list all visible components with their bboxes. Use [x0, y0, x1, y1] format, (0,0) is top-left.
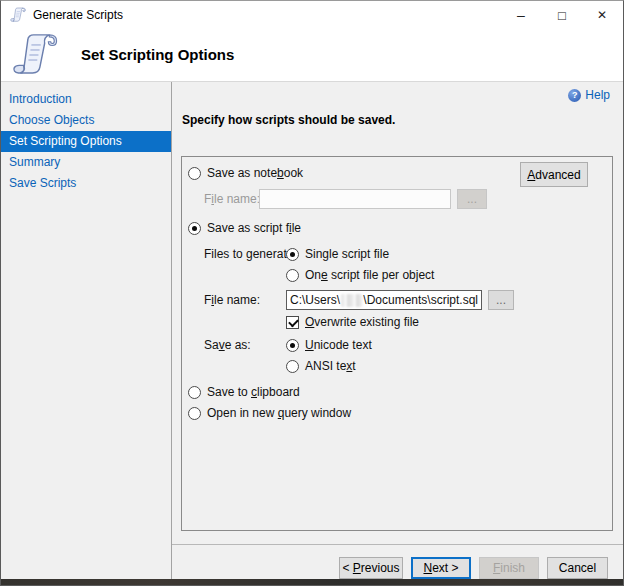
file-path-suffix: \Documents\script.sql [363, 293, 478, 307]
open-new-query-label[interactable]: Open in new query window [207, 406, 351, 420]
one-file-per-object-label[interactable]: One script file per object [305, 268, 434, 282]
files-to-generate-label: Files to generate: [204, 247, 280, 261]
save-as-row: Save as: Unicode text [204, 336, 372, 354]
sidebar-item-set-scripting-options[interactable]: Set Scripting Options [1, 131, 171, 152]
notebook-file-name-row: File name: ... [204, 190, 487, 208]
save-as-script-file-option: Save as script file [188, 219, 301, 237]
one-file-per-object-option: One script file per object [286, 266, 434, 284]
file-browse-button[interactable]: ... [488, 290, 514, 310]
wizard-steps-nav: Introduction Choose Objects Set Scriptin… [1, 89, 171, 194]
next-button[interactable]: Next > [411, 557, 471, 579]
file-name-label: File name: [204, 293, 280, 307]
file-name-row: File name: C:\Users\\Documents\script.sq… [204, 291, 514, 309]
previous-button[interactable]: < Previous [339, 557, 403, 579]
maximize-button[interactable]: □ [542, 1, 582, 29]
save-as-label: Save as: [204, 338, 280, 352]
save-as-notebook-label[interactable]: Save as notebook [207, 166, 303, 180]
maximize-icon: □ [558, 8, 566, 23]
open-new-query-option: Open in new query window [188, 404, 351, 422]
sidebar-item-choose-objects[interactable]: Choose Objects [1, 110, 171, 131]
ansi-text-label[interactable]: ANSI text [305, 359, 356, 373]
title-bar: Generate Scripts – □ ✕ [1, 1, 623, 29]
redacted-username [341, 294, 362, 307]
save-as-script-file-radio[interactable] [188, 222, 201, 235]
open-new-query-radio[interactable] [188, 407, 201, 420]
save-as-script-file-label[interactable]: Save as script file [207, 221, 301, 235]
finish-button-label: Finish [493, 561, 525, 575]
overwrite-checkbox[interactable] [286, 316, 299, 329]
generate-scripts-dialog: Generate Scripts – □ ✕ Set Scripting Opt… [0, 0, 624, 586]
advanced-button[interactable]: Advanced [520, 162, 588, 187]
files-to-generate-row: Files to generate: Single script file [204, 245, 389, 263]
previous-button-label: < Previous [342, 561, 399, 575]
close-button[interactable]: ✕ [582, 1, 622, 29]
advanced-button-label: Advanced [527, 168, 580, 182]
save-to-clipboard-radio[interactable] [188, 386, 201, 399]
instruction-text: Specify how scripts should be saved. [182, 113, 395, 127]
scripting-options-groupbox: Save as notebook Advanced File name: ...… [181, 156, 613, 531]
help-label: Help [585, 88, 610, 102]
sidebar-item-summary[interactable]: Summary [1, 152, 171, 173]
save-to-clipboard-option: Save to clipboard [188, 383, 300, 401]
overwrite-label[interactable]: Overwrite existing file [305, 315, 419, 329]
cancel-button[interactable]: Cancel [547, 557, 608, 579]
help-link[interactable]: ? Help [568, 88, 610, 102]
close-icon: ✕ [597, 8, 607, 22]
ansi-text-radio[interactable] [286, 360, 299, 373]
unicode-text-radio[interactable] [286, 339, 299, 352]
minimize-icon: – [517, 7, 525, 23]
one-file-per-object-radio[interactable] [286, 269, 299, 282]
notebook-browse-button: ... [457, 189, 487, 209]
save-as-notebook-radio[interactable] [188, 167, 201, 180]
window-title: Generate Scripts [33, 8, 123, 22]
notebook-file-name-input [259, 189, 451, 209]
sidebar-item-introduction[interactable]: Introduction [1, 89, 171, 110]
overwrite-option: Overwrite existing file [286, 313, 419, 331]
file-name-input[interactable]: C:\Users\\Documents\script.sql [286, 290, 482, 310]
sidebar-item-save-scripts[interactable]: Save Scripts [1, 173, 171, 194]
save-to-clipboard-label[interactable]: Save to clipboard [207, 385, 300, 399]
help-icon: ? [568, 89, 581, 102]
sidebar-divider [171, 82, 172, 581]
file-path-prefix: C:\Users\ [290, 293, 340, 307]
scroll-icon [10, 7, 26, 23]
minimize-button[interactable]: – [501, 1, 541, 29]
scroll-icon-large [12, 32, 58, 78]
cancel-button-label: Cancel [559, 561, 596, 575]
single-script-file-radio[interactable] [286, 248, 299, 261]
wizard-header: Set Scripting Options [1, 29, 623, 82]
unicode-text-label[interactable]: Unicode text [305, 338, 372, 352]
notebook-file-name-label: File name: [204, 192, 253, 206]
finish-button: Finish [479, 557, 539, 579]
page-title: Set Scripting Options [81, 46, 234, 63]
desktop-edge [1, 579, 623, 585]
save-as-notebook-option: Save as notebook [188, 164, 303, 182]
ansi-text-option: ANSI text [286, 357, 356, 375]
footer-divider [172, 544, 624, 545]
single-script-file-label[interactable]: Single script file [305, 247, 389, 261]
next-button-label: Next > [423, 561, 458, 575]
